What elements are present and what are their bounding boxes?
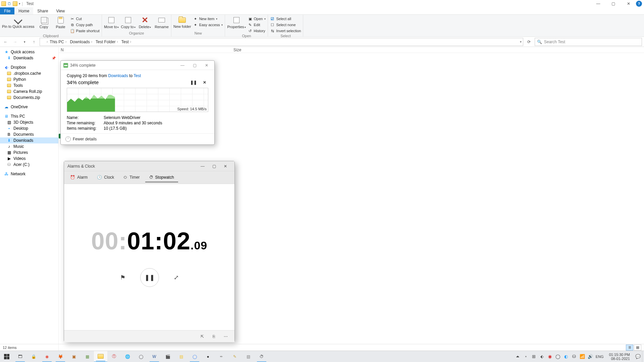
sidebar-item[interactable]: Documents.zip [0, 95, 58, 101]
tray-language[interactable]: ENG [596, 354, 604, 359]
cut-button[interactable]: ✂Cut [70, 16, 100, 21]
taskbar-app[interactable]: ✎ [228, 351, 241, 362]
taskbar-app[interactable]: 🔒 [27, 351, 40, 362]
tab-alarm[interactable]: ⏰Alarm [66, 173, 92, 182]
taskbar-app[interactable]: ▧ [241, 351, 255, 362]
taskbar-app[interactable]: ▣ [67, 351, 80, 362]
minimize-button[interactable]: — [197, 162, 208, 171]
invert-selection-button[interactable]: ⇆Invert selection [270, 28, 301, 34]
taskbar-word[interactable]: W [148, 351, 161, 362]
source-link[interactable]: Downloads [108, 73, 128, 78]
tab-timer[interactable]: ⏲Timer [119, 173, 144, 182]
taskbar-app[interactable]: ◯ [188, 351, 201, 362]
tab-file[interactable]: File [0, 7, 14, 14]
column-size[interactable]: Size [233, 48, 257, 52]
breadcrumb-item[interactable]: Test Folder› [94, 40, 119, 44]
taskbar-firefox[interactable]: 🦊 [54, 351, 67, 362]
qat-save-icon[interactable]: 🗋 [7, 1, 11, 6]
sidebar-item-onedrive[interactable]: ☁OneDrive [0, 104, 58, 110]
taskbar-app[interactable]: ✒ [215, 351, 228, 362]
tray-volume-icon[interactable]: 🔊 [588, 354, 593, 359]
tray-icon[interactable]: ⛁ [572, 354, 577, 359]
taskbar-chrome[interactable]: 🌐 [121, 351, 134, 362]
details-view-button[interactable]: ≣ [626, 345, 633, 351]
tray-clock[interactable]: 01:15:30 PM 08-01-2021 [606, 353, 633, 361]
sidebar-item[interactable]: ▦Pictures [0, 149, 58, 156]
close-button[interactable]: ✕ [220, 162, 231, 171]
qat-dropdown-icon[interactable]: ▾ [19, 2, 20, 5]
maximize-button[interactable]: ▢ [190, 62, 200, 69]
taskbar-app[interactable]: ◯ [134, 351, 148, 362]
copy-to-button[interactable]: Copy to▾ [121, 16, 136, 29]
tab-share[interactable]: Share [33, 7, 52, 14]
start-button[interactable] [0, 351, 13, 362]
paste-shortcut-button[interactable]: 📋Paste shortcut [70, 28, 100, 34]
maximize-button[interactable]: ▢ [606, 0, 621, 7]
tab-home[interactable]: Home [14, 7, 33, 14]
sidebar-item[interactable]: ▪Desktop [0, 125, 58, 131]
up-button[interactable]: ↑ [30, 38, 38, 46]
breadcrumb-item[interactable]: This PC› [48, 40, 68, 44]
minimize-button[interactable]: — [591, 0, 606, 7]
refresh-button[interactable]: ⟳ [525, 38, 533, 46]
address-dropdown-icon[interactable]: ▾ [520, 40, 522, 44]
lap-button[interactable]: ⚑ [120, 274, 125, 281]
tray-icon[interactable]: ◯ [555, 354, 561, 359]
tray-dropbox-icon[interactable]: ⬖ [539, 354, 545, 359]
taskbar-app[interactable]: ● [201, 351, 215, 362]
copy-path-button[interactable]: ⧉Copy path [70, 22, 100, 27]
copy-button[interactable]: Copy [37, 16, 51, 29]
sidebar-item[interactable]: ⛁Acer (C:) [0, 162, 58, 168]
pin-quick-access-button[interactable]: Pin to Quick access [2, 16, 35, 28]
delete-button[interactable]: ✕Delete▾ [138, 16, 152, 29]
breadcrumb-item[interactable]: Test› [120, 40, 132, 44]
share-button[interactable]: ⎘ [213, 334, 215, 339]
breadcrumb-item[interactable]: Downloads› [68, 40, 94, 44]
taskbar-app[interactable]: 🗔 [13, 351, 27, 362]
search-input[interactable]: 🔍 Search Test [535, 38, 642, 46]
history-button[interactable]: ↺History [248, 28, 266, 34]
tray-notifications-icon[interactable]: 💬 [635, 354, 641, 359]
tray-icon[interactable]: ⊞ [531, 354, 537, 359]
alarms-titlebar[interactable]: Alarms & Clock — ▢ ✕ [64, 161, 234, 171]
fewer-details-button[interactable]: ˄ Fewer details [61, 133, 214, 144]
select-none-button[interactable]: ☐Select none [270, 22, 301, 27]
sidebar-item[interactable]: ▧3D Objects [0, 119, 58, 125]
sidebar-item-downloads[interactable]: ⬇Downloads [0, 137, 58, 143]
taskbar-app[interactable]: Ⓣ [107, 351, 121, 362]
dialog-titlebar[interactable]: 34% complete — ▢ ✕ [61, 61, 214, 70]
sidebar-item[interactable]: 🗎Documents [0, 131, 58, 137]
move-to-button[interactable]: Move to▾ [104, 16, 119, 29]
column-name[interactable]: N [61, 48, 193, 52]
sidebar-item-quick-access[interactable]: ★Quick access [0, 49, 58, 55]
icons-view-button[interactable]: ▦ [634, 345, 641, 351]
edit-button[interactable]: ✎Edit [248, 22, 266, 27]
sidebar-item-this-pc[interactable]: 🖥This PC [0, 113, 58, 119]
column-headers[interactable]: N Size [59, 47, 644, 53]
sidebar-item[interactable]: Tools [0, 82, 58, 88]
pause-button[interactable]: ❚❚ [140, 268, 159, 287]
pause-button[interactable]: ❚❚ [190, 80, 197, 85]
open-button[interactable]: ▣Open▾ [248, 16, 266, 21]
taskbar-alarms[interactable]: ⏱ [255, 351, 268, 362]
pin-button[interactable]: ⇱ [201, 334, 204, 339]
tray-wifi-icon[interactable]: 📶 [580, 354, 585, 359]
rename-button[interactable]: Rename [154, 16, 169, 29]
tab-view[interactable]: View [52, 7, 69, 14]
help-icon[interactable]: ? [636, 1, 642, 7]
tray-icon[interactable]: ◉ [547, 354, 553, 359]
sidebar-item-network[interactable]: 🖧Network [0, 171, 58, 177]
more-button[interactable]: ⋯ [224, 334, 228, 339]
new-item-button[interactable]: ✦New item▾ [193, 16, 223, 21]
back-button[interactable]: ← [2, 38, 9, 46]
tab-clock[interactable]: 🕒Clock [93, 173, 118, 182]
sidebar-item[interactable]: ♪Music [0, 143, 58, 149]
recent-locations-button[interactable]: ▾ [21, 38, 28, 46]
taskbar-explorer[interactable] [94, 351, 107, 362]
tray-icon[interactable]: ⏶ [515, 354, 521, 359]
chevron-right-icon[interactable]: › [47, 40, 48, 44]
select-all-button[interactable]: ☑Select all [270, 16, 301, 21]
taskbar-app[interactable]: ◉ [40, 351, 54, 362]
address-bar[interactable]: › This PC› Downloads› Test Folder› Test›… [40, 38, 523, 46]
taskbar-app[interactable]: ▦ [80, 351, 94, 362]
